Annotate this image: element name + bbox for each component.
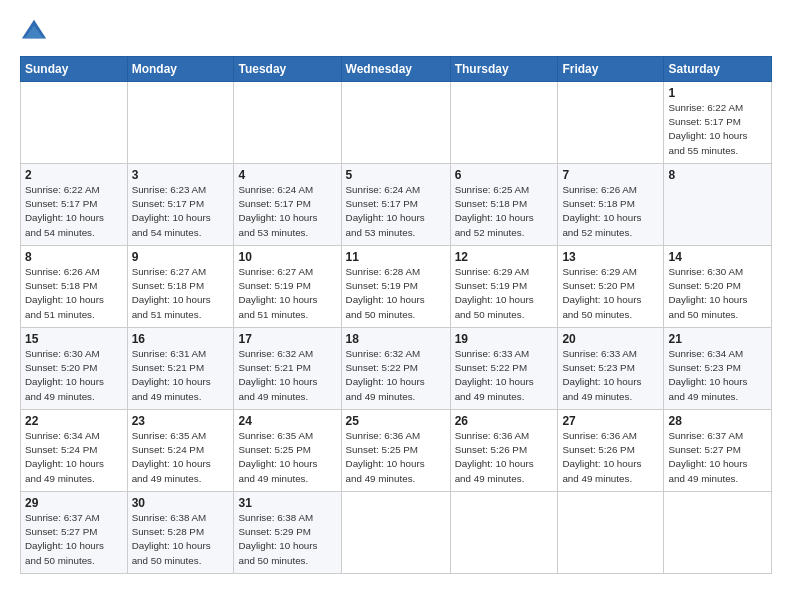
col-header-friday: Friday (558, 57, 664, 82)
day-info: Sunrise: 6:22 AM Sunset: 5:17 PM Dayligh… (668, 101, 767, 158)
calendar-cell: 27Sunrise: 6:36 AM Sunset: 5:26 PM Dayli… (558, 410, 664, 492)
calendar-cell: 26Sunrise: 6:36 AM Sunset: 5:26 PM Dayli… (450, 410, 558, 492)
calendar-cell: 17Sunrise: 6:32 AM Sunset: 5:21 PM Dayli… (234, 328, 341, 410)
day-number: 19 (455, 332, 554, 346)
day-info: Sunrise: 6:34 AM Sunset: 5:23 PM Dayligh… (668, 347, 767, 404)
calendar-cell (664, 492, 772, 574)
calendar-cell: 6Sunrise: 6:25 AM Sunset: 5:18 PM Daylig… (450, 164, 558, 246)
calendar-cell (21, 82, 128, 164)
day-number: 26 (455, 414, 554, 428)
calendar-cell: 18Sunrise: 6:32 AM Sunset: 5:22 PM Dayli… (341, 328, 450, 410)
col-header-sunday: Sunday (21, 57, 128, 82)
calendar-cell: 25Sunrise: 6:36 AM Sunset: 5:25 PM Dayli… (341, 410, 450, 492)
header (20, 18, 772, 46)
day-number: 14 (668, 250, 767, 264)
calendar-cell: 3Sunrise: 6:23 AM Sunset: 5:17 PM Daylig… (127, 164, 234, 246)
day-number: 17 (238, 332, 336, 346)
calendar-cell: 2Sunrise: 6:22 AM Sunset: 5:17 PM Daylig… (21, 164, 128, 246)
calendar-cell: 11Sunrise: 6:28 AM Sunset: 5:19 PM Dayli… (341, 246, 450, 328)
calendar-cell (450, 82, 558, 164)
day-number: 10 (238, 250, 336, 264)
day-info: Sunrise: 6:33 AM Sunset: 5:22 PM Dayligh… (455, 347, 554, 404)
calendar-cell: 29Sunrise: 6:37 AM Sunset: 5:27 PM Dayli… (21, 492, 128, 574)
calendar-cell: 1Sunrise: 6:22 AM Sunset: 5:17 PM Daylig… (664, 82, 772, 164)
day-number: 11 (346, 250, 446, 264)
day-number: 25 (346, 414, 446, 428)
day-number: 16 (132, 332, 230, 346)
calendar-week-5: 22Sunrise: 6:34 AM Sunset: 5:24 PM Dayli… (21, 410, 772, 492)
day-number: 27 (562, 414, 659, 428)
day-number: 29 (25, 496, 123, 510)
day-info: Sunrise: 6:24 AM Sunset: 5:17 PM Dayligh… (238, 183, 336, 240)
calendar-cell: 30Sunrise: 6:38 AM Sunset: 5:28 PM Dayli… (127, 492, 234, 574)
day-number: 2 (25, 168, 123, 182)
calendar-cell: 8Sunrise: 6:26 AM Sunset: 5:18 PM Daylig… (21, 246, 128, 328)
day-info: Sunrise: 6:26 AM Sunset: 5:18 PM Dayligh… (562, 183, 659, 240)
day-number: 13 (562, 250, 659, 264)
day-info: Sunrise: 6:37 AM Sunset: 5:27 PM Dayligh… (668, 429, 767, 486)
page: SundayMondayTuesdayWednesdayThursdayFrid… (0, 0, 792, 612)
day-number: 21 (668, 332, 767, 346)
day-info: Sunrise: 6:25 AM Sunset: 5:18 PM Dayligh… (455, 183, 554, 240)
day-info: Sunrise: 6:33 AM Sunset: 5:23 PM Dayligh… (562, 347, 659, 404)
calendar-cell (450, 492, 558, 574)
calendar-cell: 12Sunrise: 6:29 AM Sunset: 5:19 PM Dayli… (450, 246, 558, 328)
day-number: 12 (455, 250, 554, 264)
calendar-week-6: 29Sunrise: 6:37 AM Sunset: 5:27 PM Dayli… (21, 492, 772, 574)
day-number: 31 (238, 496, 336, 510)
calendar-cell (341, 492, 450, 574)
day-number: 30 (132, 496, 230, 510)
day-info: Sunrise: 6:32 AM Sunset: 5:21 PM Dayligh… (238, 347, 336, 404)
day-number: 8 (25, 250, 123, 264)
day-number: 6 (455, 168, 554, 182)
calendar-week-4: 15Sunrise: 6:30 AM Sunset: 5:20 PM Dayli… (21, 328, 772, 410)
day-number: 24 (238, 414, 336, 428)
day-info: Sunrise: 6:35 AM Sunset: 5:25 PM Dayligh… (238, 429, 336, 486)
logo-icon (20, 18, 48, 46)
day-info: Sunrise: 6:23 AM Sunset: 5:17 PM Dayligh… (132, 183, 230, 240)
day-info: Sunrise: 6:36 AM Sunset: 5:25 PM Dayligh… (346, 429, 446, 486)
calendar-cell: 16Sunrise: 6:31 AM Sunset: 5:21 PM Dayli… (127, 328, 234, 410)
calendar-week-1: 1Sunrise: 6:22 AM Sunset: 5:17 PM Daylig… (21, 82, 772, 164)
calendar-cell: 9Sunrise: 6:27 AM Sunset: 5:18 PM Daylig… (127, 246, 234, 328)
day-number: 5 (346, 168, 446, 182)
calendar-cell (558, 82, 664, 164)
day-info: Sunrise: 6:32 AM Sunset: 5:22 PM Dayligh… (346, 347, 446, 404)
day-info: Sunrise: 6:27 AM Sunset: 5:19 PM Dayligh… (238, 265, 336, 322)
calendar-cell: 19Sunrise: 6:33 AM Sunset: 5:22 PM Dayli… (450, 328, 558, 410)
calendar-cell: 20Sunrise: 6:33 AM Sunset: 5:23 PM Dayli… (558, 328, 664, 410)
day-info: Sunrise: 6:36 AM Sunset: 5:26 PM Dayligh… (562, 429, 659, 486)
day-number: 4 (238, 168, 336, 182)
calendar-cell (558, 492, 664, 574)
calendar-cell: 7Sunrise: 6:26 AM Sunset: 5:18 PM Daylig… (558, 164, 664, 246)
day-info: Sunrise: 6:38 AM Sunset: 5:29 PM Dayligh… (238, 511, 336, 568)
col-header-saturday: Saturday (664, 57, 772, 82)
calendar-cell (341, 82, 450, 164)
calendar-cell (127, 82, 234, 164)
day-info: Sunrise: 6:29 AM Sunset: 5:20 PM Dayligh… (562, 265, 659, 322)
day-info: Sunrise: 6:27 AM Sunset: 5:18 PM Dayligh… (132, 265, 230, 322)
day-info: Sunrise: 6:38 AM Sunset: 5:28 PM Dayligh… (132, 511, 230, 568)
day-number: 18 (346, 332, 446, 346)
day-number: 9 (132, 250, 230, 264)
calendar-cell: 13Sunrise: 6:29 AM Sunset: 5:20 PM Dayli… (558, 246, 664, 328)
day-info: Sunrise: 6:26 AM Sunset: 5:18 PM Dayligh… (25, 265, 123, 322)
day-info: Sunrise: 6:30 AM Sunset: 5:20 PM Dayligh… (25, 347, 123, 404)
day-info: Sunrise: 6:35 AM Sunset: 5:24 PM Dayligh… (132, 429, 230, 486)
day-info: Sunrise: 6:31 AM Sunset: 5:21 PM Dayligh… (132, 347, 230, 404)
calendar-cell: 15Sunrise: 6:30 AM Sunset: 5:20 PM Dayli… (21, 328, 128, 410)
day-number: 20 (562, 332, 659, 346)
calendar-cell (234, 82, 341, 164)
calendar-cell: 24Sunrise: 6:35 AM Sunset: 5:25 PM Dayli… (234, 410, 341, 492)
col-header-thursday: Thursday (450, 57, 558, 82)
col-header-monday: Monday (127, 57, 234, 82)
calendar-week-2: 2Sunrise: 6:22 AM Sunset: 5:17 PM Daylig… (21, 164, 772, 246)
calendar-cell: 28Sunrise: 6:37 AM Sunset: 5:27 PM Dayli… (664, 410, 772, 492)
logo (20, 18, 54, 46)
col-header-tuesday: Tuesday (234, 57, 341, 82)
day-number: 8 (668, 168, 767, 182)
day-info: Sunrise: 6:37 AM Sunset: 5:27 PM Dayligh… (25, 511, 123, 568)
day-info: Sunrise: 6:22 AM Sunset: 5:17 PM Dayligh… (25, 183, 123, 240)
day-info: Sunrise: 6:28 AM Sunset: 5:19 PM Dayligh… (346, 265, 446, 322)
day-number: 22 (25, 414, 123, 428)
